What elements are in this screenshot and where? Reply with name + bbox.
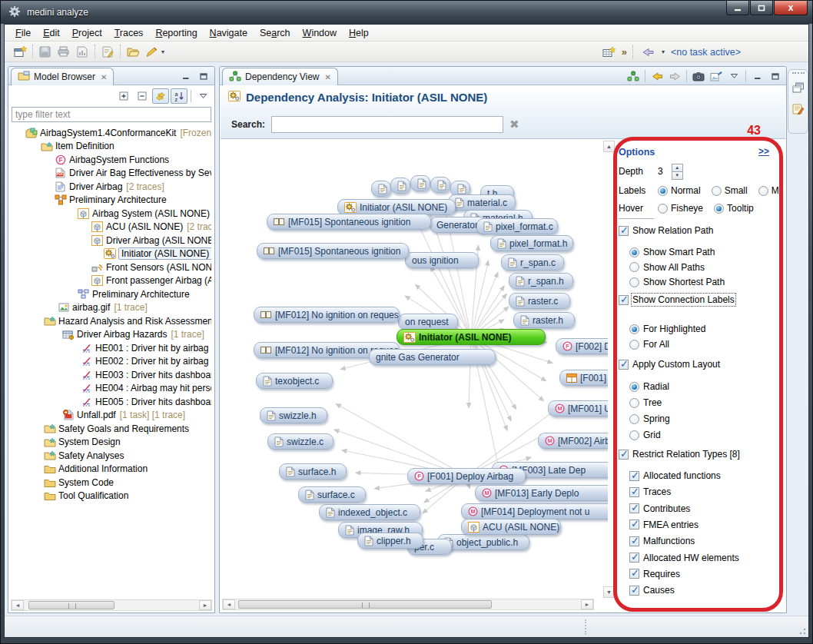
tree-item[interactable]: Hazard Analysis and Risk Assessment: [9, 314, 211, 328]
menu-traces[interactable]: Traces: [108, 26, 150, 40]
validate-button[interactable]: [98, 43, 117, 60]
tree-item[interactable]: Driver Airbag (ASIL NONE): [9, 234, 211, 247]
back-nav-dropdown-icon[interactable]: ▾: [662, 48, 665, 55]
graph-node-fragment-ousfrag[interactable]: ous ignition: [405, 252, 479, 268]
tree-item[interactable]: Additional Information: [9, 463, 211, 476]
radio-option-radial[interactable]: Radial: [629, 380, 785, 393]
options-expand-link[interactable]: >>: [758, 146, 769, 157]
maximize-button[interactable]: [768, 68, 783, 84]
restore-view-button[interactable]: [791, 80, 806, 95]
menu-project[interactable]: Project: [66, 26, 108, 40]
notes-editor-button[interactable]: [791, 101, 806, 116]
check-option-allocated-hw-elements[interactable]: Allocated HW elements: [629, 551, 785, 565]
collapse-all-button[interactable]: [134, 88, 151, 104]
check-option-allocated-functions[interactable]: Allocated functions: [629, 469, 785, 483]
graph-node-matc[interactable]: material.c: [448, 194, 516, 211]
graph-horizontal-scrollbar[interactable]: ◄ ►: [222, 599, 594, 610]
tree-item[interactable]: HE002 : Driver hit by airbag [Q: [9, 355, 211, 369]
tree-item[interactable]: HE001 : Driver hit by airbag [C]: [9, 341, 211, 355]
checkbox-icon[interactable]: [619, 450, 629, 460]
graph-node-mf013[interactable]: M[MF013] Early Deplo: [475, 485, 616, 501]
radio-icon[interactable]: [712, 186, 722, 196]
tree-item[interactable]: Safety Analyses: [9, 449, 211, 463]
tree-item[interactable]: Item Definition: [9, 140, 211, 154]
minimize-view-icon[interactable]: [178, 68, 194, 84]
back-button[interactable]: [649, 68, 665, 84]
graph-node-swih[interactable]: swizzle.h: [260, 407, 327, 423]
tree-item[interactable]: System Design: [9, 436, 211, 450]
tree-item[interactable]: System Code: [9, 476, 211, 490]
check-option-show-relation-path[interactable]: Show Relation Path: [619, 224, 785, 237]
tree-item[interactable]: Initiator (ASIL NONE)[1: [9, 247, 211, 261]
new-table-button[interactable]: [600, 44, 619, 61]
graph-canvas[interactable]: t.hmaterial.cInitiator (ASIL NONE)materi…: [221, 139, 785, 612]
close-tab-icon[interactable]: ✕: [101, 73, 107, 81]
graph-node-f001[interactable]: F[F001] Deploy Airbag: [407, 468, 526, 484]
radio-option-m[interactable]: M: [758, 185, 779, 196]
menu-edit[interactable]: Edit: [37, 26, 66, 40]
export-image-button[interactable]: [708, 68, 724, 84]
clear-search-icon[interactable]: ✖: [509, 118, 519, 131]
minimize-button[interactable]: [750, 68, 765, 84]
checkbox-icon[interactable]: [629, 520, 639, 529]
filter-input[interactable]: [12, 107, 211, 122]
radio-icon[interactable]: [629, 430, 639, 440]
tree-item[interactable]: ACU (ASIL NONE)[2 traces: [9, 221, 211, 234]
scroll-up-icon[interactable]: ▲: [603, 141, 615, 152]
tree-item[interactable]: Airbag System (ASIL NONE): [9, 207, 211, 221]
checkbox-icon[interactable]: [619, 295, 629, 305]
resize-grip-icon[interactable]: [796, 625, 807, 636]
scroll-down-icon[interactable]: ▼: [603, 586, 615, 598]
radio-icon[interactable]: [629, 414, 639, 424]
pen-dropdown-icon[interactable]: ▾: [161, 48, 164, 55]
scroll-thumb[interactable]: [28, 601, 114, 609]
close-button[interactable]: x: [774, 1, 808, 15]
tree-item[interactable]: AirbagSystem1.4ConformanceKit[Frozen: [9, 126, 211, 140]
checkbox-icon[interactable]: [629, 586, 639, 596]
menu-file[interactable]: File: [9, 26, 37, 40]
radio-icon[interactable]: [758, 186, 768, 196]
graph-node-surh[interactable]: surface.h: [279, 463, 347, 480]
maximize-view-icon[interactable]: [196, 68, 211, 84]
check-option-malfunctions[interactable]: Malfunctions: [629, 534, 785, 548]
scroll-thumb[interactable]: [238, 600, 492, 609]
checkbox-icon[interactable]: [629, 553, 639, 563]
check-option-causes[interactable]: Causes: [629, 583, 785, 597]
checkbox-icon[interactable]: [619, 226, 629, 236]
graph-node-fragment-onreqfrag[interactable]: on request: [398, 314, 458, 330]
graph-node-acu[interactable]: ACU (ASIL NONE): [461, 519, 561, 535]
menu-reporting[interactable]: Reporting: [149, 26, 203, 40]
print-button[interactable]: [55, 43, 73, 60]
graph-node-init[interactable]: Initiator (ASIL NONE): [397, 329, 546, 345]
graph-node-d4[interactable]: [430, 177, 450, 193]
radio-icon[interactable]: [629, 382, 639, 392]
graph-node-mf012a[interactable]: [MF012] No ignition on request: [254, 307, 400, 323]
checkbox-icon[interactable]: [629, 536, 639, 546]
dependency-graph-button[interactable]: [626, 68, 641, 84]
graph-node-d2[interactable]: [390, 178, 410, 194]
search-input[interactable]: [271, 116, 503, 133]
check-option-show-connection-labels[interactable]: Show Connection Labels: [619, 293, 785, 307]
radio-icon[interactable]: [629, 324, 639, 334]
graph-node-pixh[interactable]: pixel_format.h: [490, 235, 573, 251]
graph-node-clph[interactable]: clipper.h: [357, 533, 423, 549]
tree-item[interactable]: !Driver Airbag Hazards[1 trace]: [9, 328, 211, 342]
check-option-apply-custom-layout[interactable]: Apply Custom Layout: [619, 357, 785, 371]
radio-icon[interactable]: [658, 204, 668, 214]
tree-item[interactable]: Unfall.pdf[1 task] [1 trace]: [9, 409, 211, 423]
tree-item[interactable]: Driver Airbag[2 traces]: [9, 180, 211, 194]
radio-icon[interactable]: [658, 186, 668, 196]
radio-option-grid[interactable]: Grid: [629, 428, 785, 442]
checkbox-icon[interactable]: [629, 471, 639, 481]
checkbox-icon[interactable]: [629, 569, 639, 579]
menu-help[interactable]: Help: [343, 26, 375, 40]
radio-option-for-all[interactable]: For All: [629, 337, 785, 351]
graph-node-init2[interactable]: Initiator (ASIL NONE): [337, 199, 456, 215]
graph-node-fragment-f003frag[interactable]: gnite Gas Generator: [369, 349, 496, 365]
radio-option-tooltip[interactable]: Tooltip: [714, 203, 754, 214]
menu-search[interactable]: Search: [254, 26, 297, 40]
radio-icon[interactable]: [629, 398, 639, 408]
tree-item[interactable]: Front Sensors (ASIL NONE): [9, 261, 211, 274]
tree-horizontal-scrollbar[interactable]: ◄ ►: [11, 599, 212, 611]
tree-item[interactable]: HE005 : Driver hits dashboard d: [9, 395, 211, 409]
